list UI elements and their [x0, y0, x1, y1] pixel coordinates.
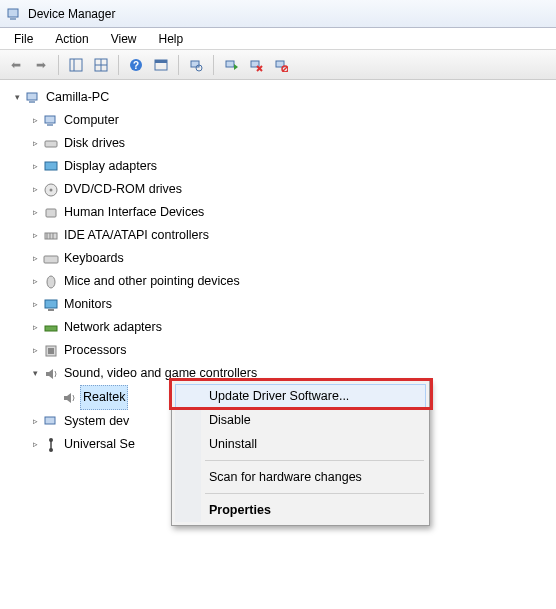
computer-icon [43, 113, 59, 129]
network-icon [43, 320, 59, 336]
grid-icon [94, 58, 108, 72]
svg-rect-29 [46, 209, 56, 217]
tree-item[interactable]: ▹IDE ATA/ATAPI controllers [30, 224, 548, 247]
toolbar-separator [118, 55, 119, 75]
context-menu: Update Driver Software... Disable Uninst… [171, 380, 430, 526]
chevron-right-icon[interactable]: ▹ [30, 162, 40, 172]
svg-rect-38 [45, 326, 57, 331]
chevron-right-icon[interactable]: ▹ [30, 185, 40, 195]
tree-root-label: Camilla-PC [44, 86, 111, 109]
chevron-right-icon[interactable]: ▹ [30, 139, 40, 149]
tree-item[interactable]: ▹Keyboards [30, 247, 548, 270]
tree-item-label-selected: Realtek [80, 385, 128, 410]
action-button[interactable] [149, 53, 173, 77]
toolbar-separator [213, 55, 214, 75]
forward-button[interactable]: ➡ [29, 53, 53, 77]
ctx-update-driver[interactable]: Update Driver Software... [175, 384, 426, 408]
tree-item[interactable]: ▹DVD/CD-ROM drives [30, 178, 548, 201]
menu-help[interactable]: Help [149, 30, 194, 48]
svg-rect-25 [45, 141, 57, 147]
svg-rect-2 [70, 59, 82, 71]
tree-item-label: IDE ATA/ATAPI controllers [62, 224, 211, 247]
tree-item[interactable]: ▹Disk drives [30, 132, 548, 155]
properties-button[interactable] [89, 53, 113, 77]
svg-marker-41 [46, 369, 53, 379]
update-driver-button[interactable] [219, 53, 243, 77]
chevron-right-icon[interactable]: ▹ [30, 254, 40, 264]
tree-item-label: Mice and other pointing devices [62, 270, 242, 293]
ctx-scan[interactable]: Scan for hardware changes [175, 465, 426, 489]
tree-item[interactable]: ▹Monitors [30, 293, 548, 316]
app-icon [6, 6, 22, 22]
system-icon [43, 414, 59, 430]
show-hide-tree-button[interactable] [64, 53, 88, 77]
chevron-down-icon[interactable]: ▾ [30, 369, 40, 379]
svg-rect-11 [191, 61, 199, 67]
svg-rect-36 [45, 300, 57, 308]
tree-item[interactable]: ▹Display adapters [30, 155, 548, 178]
svg-rect-40 [48, 348, 54, 354]
svg-rect-21 [27, 93, 37, 100]
chevron-right-icon[interactable]: ▹ [30, 277, 40, 287]
ctx-uninstall[interactable]: Uninstall [175, 432, 426, 456]
tree-item-label: Processors [62, 339, 129, 362]
svg-rect-23 [45, 116, 55, 123]
tree-item[interactable]: ▹Computer [30, 109, 548, 132]
tree-item[interactable]: ▹Processors [30, 339, 548, 362]
ctx-disable[interactable]: Disable [175, 408, 426, 432]
uninstall-button[interactable] [244, 53, 268, 77]
forward-arrow-icon: ➡ [36, 58, 46, 72]
tree-item[interactable]: ▹Mice and other pointing devices [30, 270, 548, 293]
svg-rect-26 [45, 162, 57, 170]
back-arrow-icon: ⬅ [11, 58, 21, 72]
toolbar: ⬅ ➡ ? [0, 50, 556, 80]
menu-file[interactable]: File [4, 30, 43, 48]
chevron-down-icon[interactable]: ▾ [12, 93, 22, 103]
chevron-right-icon[interactable]: ▹ [30, 116, 40, 126]
window-icon [154, 58, 168, 72]
svg-rect-13 [226, 61, 234, 67]
context-menu-separator [205, 460, 424, 461]
menu-view[interactable]: View [101, 30, 147, 48]
chevron-right-icon[interactable]: ▹ [30, 323, 40, 333]
display-icon [43, 159, 59, 175]
scan-icon [189, 58, 203, 72]
menubar: File Action View Help [0, 28, 556, 50]
chevron-right-icon[interactable]: ▹ [30, 440, 40, 450]
disk-icon [43, 136, 59, 152]
menu-action[interactable]: Action [45, 30, 98, 48]
toolbar-separator [178, 55, 179, 75]
tree-item[interactable]: ▹Human Interface Devices [30, 201, 548, 224]
tree-item-label: System dev [62, 410, 131, 433]
chevron-right-icon[interactable]: ▹ [30, 208, 40, 218]
tree-item-label: Display adapters [62, 155, 159, 178]
tree-item[interactable]: ▹Network adapters [30, 316, 548, 339]
chevron-right-icon[interactable]: ▹ [30, 300, 40, 310]
chevron-right-icon[interactable]: ▹ [30, 231, 40, 241]
disable-button[interactable] [269, 53, 293, 77]
uninstall-icon [249, 58, 263, 72]
scan-button[interactable] [184, 53, 208, 77]
help-button[interactable]: ? [124, 53, 148, 77]
chevron-right-icon[interactable]: ▹ [30, 346, 40, 356]
svg-marker-42 [64, 393, 71, 403]
back-button[interactable]: ⬅ [4, 53, 28, 77]
ctx-properties[interactable]: Properties [175, 498, 426, 522]
computer-icon [25, 90, 41, 106]
tree-item-label: Human Interface Devices [62, 201, 206, 224]
mouse-icon [43, 274, 59, 290]
panel-icon [69, 58, 83, 72]
svg-rect-22 [29, 101, 35, 103]
monitor-icon [43, 297, 59, 313]
titlebar: Device Manager [0, 0, 556, 28]
tree-item-label: Universal Se [62, 433, 137, 456]
disable-icon [274, 58, 288, 72]
usb-icon [43, 437, 59, 453]
chevron-right-icon[interactable]: ▹ [30, 417, 40, 427]
tree-root[interactable]: ▾ Camilla-PC [12, 86, 548, 109]
svg-rect-0 [8, 9, 18, 17]
svg-point-46 [49, 448, 53, 452]
svg-rect-1 [10, 18, 16, 20]
svg-point-45 [49, 438, 53, 442]
tree-item-label: Keyboards [62, 247, 126, 270]
